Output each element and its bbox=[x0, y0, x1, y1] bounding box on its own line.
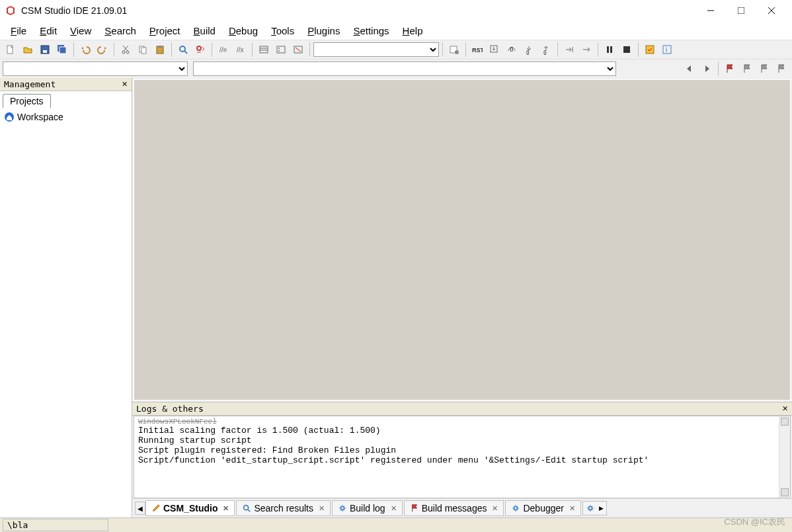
bookmark-clear-icon bbox=[293, 44, 303, 55]
logs-scrollbar[interactable] bbox=[779, 416, 790, 498]
logtab-close-icon[interactable]: ✕ bbox=[492, 504, 498, 513]
find-button[interactable] bbox=[175, 42, 191, 57]
nav-back-button[interactable] bbox=[682, 61, 697, 77]
paste-button[interactable] bbox=[152, 42, 168, 57]
project-tree[interactable]: Workspace bbox=[0, 108, 132, 126]
management-close-icon[interactable]: ✕ bbox=[122, 80, 128, 89]
step-out-button[interactable]: {} bbox=[538, 42, 554, 57]
window-title: CSM Studio IDE 21.09.01 bbox=[21, 5, 695, 16]
logtab-label: Build messages bbox=[422, 503, 487, 513]
flag-grey-3-button[interactable] bbox=[773, 61, 789, 77]
open-icon bbox=[22, 44, 33, 55]
run-to-button[interactable] bbox=[561, 42, 577, 57]
logs-body[interactable]: WindowsXPLookNFeelInitial scaling factor… bbox=[134, 416, 791, 498]
maximize-button[interactable] bbox=[726, 0, 756, 21]
nav-forward-button[interactable] bbox=[699, 61, 715, 77]
log-line: WindowsXPLookNFeel bbox=[138, 418, 786, 426]
new-file-button[interactable] bbox=[3, 42, 19, 57]
menu-search[interactable]: Search bbox=[98, 24, 143, 38]
menu-view[interactable]: View bbox=[63, 24, 98, 38]
log-line: Script plugin registered: Find Broken Fi… bbox=[138, 445, 786, 455]
close-button[interactable] bbox=[756, 0, 787, 21]
logs-close-icon[interactable]: ✕ bbox=[782, 404, 788, 413]
replace-button[interactable] bbox=[192, 42, 208, 57]
menu-tools[interactable]: Tools bbox=[264, 24, 301, 38]
bookmark-list-button[interactable] bbox=[273, 42, 289, 57]
highlight-mark-icon: //x bbox=[235, 44, 246, 55]
svg-text://≡: //≡ bbox=[219, 46, 227, 54]
pause-button[interactable] bbox=[602, 42, 617, 57]
flag-grey-2-button[interactable] bbox=[756, 61, 772, 77]
step-down-icon bbox=[489, 44, 500, 55]
tab-projects[interactable]: Projects bbox=[3, 94, 51, 108]
menu-plugins[interactable]: Plugins bbox=[301, 24, 346, 38]
management-header: Management ✕ bbox=[0, 78, 132, 91]
build-target-combo[interactable] bbox=[313, 42, 439, 57]
menu-edit[interactable]: Edit bbox=[33, 24, 63, 38]
menu-file[interactable]: File bbox=[4, 24, 33, 38]
logtab-close-icon[interactable]: ✕ bbox=[223, 504, 229, 513]
copy-button[interactable] bbox=[135, 42, 151, 57]
target-combo[interactable] bbox=[3, 61, 188, 76]
logtab-close-icon[interactable]: ✕ bbox=[391, 504, 397, 513]
symbol-combo[interactable] bbox=[193, 61, 616, 76]
search-icon bbox=[242, 504, 251, 513]
logtab-label: Search results bbox=[254, 503, 313, 513]
svg-rect-37 bbox=[610, 46, 612, 53]
minimize-button[interactable] bbox=[695, 0, 726, 21]
step-out-icon: {} bbox=[541, 44, 551, 55]
home-icon bbox=[4, 112, 15, 122]
logtab-build-messages[interactable]: Build messages✕ bbox=[404, 500, 504, 516]
continue-button[interactable] bbox=[578, 42, 594, 57]
debug-highlight-button[interactable] bbox=[642, 42, 658, 57]
menu-build[interactable]: Build bbox=[187, 24, 222, 38]
logs-header: Logs & others ✕ bbox=[132, 402, 792, 416]
menu-settings[interactable]: Settings bbox=[346, 24, 395, 38]
pencil-icon bbox=[151, 504, 161, 513]
menu-debug[interactable]: Debug bbox=[222, 24, 264, 38]
step-down-button[interactable] bbox=[487, 42, 502, 57]
menubar: FileEditViewSearchProjectBuildDebugTools… bbox=[0, 21, 792, 40]
info-button[interactable]: i bbox=[659, 42, 675, 57]
app-icon bbox=[5, 5, 16, 16]
logtab-more[interactable]: ▶ bbox=[582, 501, 607, 515]
editor-area bbox=[134, 79, 791, 400]
step-over-button[interactable]: {} bbox=[504, 42, 520, 57]
save-all-button[interactable] bbox=[54, 42, 70, 57]
flag-red-button[interactable] bbox=[722, 61, 738, 77]
highlight-mark-button[interactable]: //x bbox=[233, 42, 249, 57]
undo-button[interactable] bbox=[77, 42, 93, 57]
logtab-csm_studio[interactable]: CSM_Studio✕ bbox=[145, 500, 235, 516]
logtab-label: CSM_Studio bbox=[163, 503, 218, 513]
toolbar-main: //≡//xRST{}{}{}i bbox=[0, 40, 792, 59]
gear-icon bbox=[338, 504, 347, 513]
stop-button[interactable] bbox=[619, 42, 635, 57]
target-settings-button[interactable] bbox=[446, 42, 462, 57]
logtab-debugger[interactable]: Debugger✕ bbox=[505, 500, 581, 516]
tree-root-workspace[interactable]: Workspace bbox=[4, 112, 128, 122]
logtab-close-icon[interactable]: ✕ bbox=[319, 504, 325, 513]
flag-grey-1-button[interactable] bbox=[739, 61, 755, 77]
new-file-icon bbox=[5, 44, 16, 55]
bookmark-block-button[interactable] bbox=[256, 42, 272, 57]
menu-help[interactable]: Help bbox=[396, 24, 430, 38]
tabstrip-prev[interactable]: ◀ bbox=[135, 502, 145, 515]
management-panel: Management ✕ Projects Workspace bbox=[0, 78, 132, 517]
highlight-off-button[interactable]: //≡ bbox=[216, 42, 231, 57]
svg-line-27 bbox=[296, 48, 301, 52]
bookmark-list-icon bbox=[276, 44, 286, 55]
svg-rect-38 bbox=[623, 46, 630, 53]
bookmark-clear-button[interactable] bbox=[290, 42, 306, 57]
cut-button[interactable] bbox=[118, 42, 134, 57]
logtab-close-icon[interactable]: ✕ bbox=[569, 504, 575, 513]
step-into-button[interactable]: {} bbox=[521, 42, 537, 57]
redo-button[interactable] bbox=[95, 42, 110, 57]
rst-button[interactable]: RST bbox=[469, 42, 485, 57]
save-button[interactable] bbox=[37, 42, 53, 57]
logtab-search-results[interactable]: Search results✕ bbox=[236, 500, 330, 516]
open-button[interactable] bbox=[20, 42, 36, 57]
step-into-icon: {} bbox=[524, 44, 534, 55]
menu-project[interactable]: Project bbox=[143, 24, 187, 38]
statusbar: \bla bbox=[0, 517, 792, 532]
logtab-build-log[interactable]: Build log✕ bbox=[332, 500, 403, 516]
